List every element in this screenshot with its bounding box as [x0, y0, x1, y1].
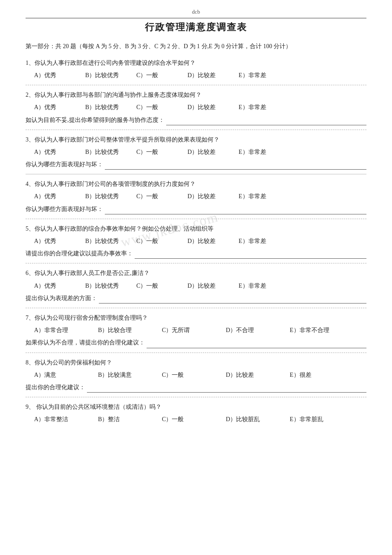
q7-optC: C）无所谓: [162, 325, 226, 335]
q5-optC: C）一般: [136, 236, 187, 246]
question-5: 5、你认为人事行政部的综合办事效率如何？例如公仿处理、活动组织等 A）优秀 B）…: [26, 223, 366, 259]
q5-optB: B）比较优秀: [85, 236, 136, 246]
question-7: 7、你认为公司现行宿舍分配管理制度合理吗？ A）非常合理 B）比较合理 C）无所…: [26, 312, 366, 348]
question-2-title: 2、你认为人事行政部与各部门的沟通与协作上服务态度体现如何？: [26, 90, 366, 100]
question-1: 1、你认为人事行政部在进行公司内务管理建设的综合水平如何？ A）优秀 B）比较优…: [26, 58, 366, 81]
q2-optA: A）优秀: [34, 102, 85, 113]
q6-fill-line: [99, 296, 366, 304]
q7-fill-label: 如果你认为不合理，请提出你的合理化建议：: [26, 337, 145, 348]
question-8-options: A）满意 B）比较满意 C）一般 D）比较差 E）很差: [26, 370, 366, 380]
q5-fill-line: [135, 251, 366, 259]
question-5-options: A）优秀 B）比较优秀 C）一般 D）比较差 E）非常差: [26, 236, 366, 246]
question-4-fill: 你认为哪些方面表现好与坏：: [26, 204, 366, 214]
question-6-fill: 提出你认为表现差的方面：: [26, 293, 366, 304]
divider-2: [26, 130, 366, 130]
q7-optA: A）非常合理: [34, 325, 98, 335]
q1-optC: C）一般: [136, 70, 187, 81]
question-8-fill: 提出你的合理化建议：: [26, 382, 366, 393]
question-3: 3、你认为人事行政部门对公司整体管理水平提升所取得的效果表现如何？ A）优秀 B…: [26, 134, 366, 170]
q4-optB: B）比较优秀: [85, 191, 136, 202]
question-1-options: A）优秀 B）比较优秀 C）一般 D）比较差 E）非常差: [26, 70, 366, 81]
divider-4: [26, 219, 366, 219]
question-1-title: 1、你认为人事行政部在进行公司内务管理建设的综合水平如何？: [26, 58, 366, 68]
q7-optD: D）不合理: [226, 325, 290, 335]
question-5-fill: 请提出你的合理化建议以提高办事效率：: [26, 248, 366, 259]
q4-optC: C）一般: [136, 191, 187, 202]
question-9: 9、 你认为目前的公共区域环境整洁（或清洁）吗？ A）非常整洁 B）整洁 C）一…: [26, 402, 366, 425]
question-8: 8、你认为公司的劳保福利如何？ A）满意 B）比较满意 C）一般 D）比较差 E…: [26, 357, 366, 393]
q8-optD: D）比较差: [226, 370, 290, 380]
q2-fill-label: 如认为目前不妥,提出你希望得到的服务与协作态度：: [26, 115, 164, 125]
q5-optD: D）比较差: [187, 236, 239, 246]
question-2: 2、你认为人事行政部与各部门的沟通与协作上服务态度体现如何？ A）优秀 B）比较…: [26, 90, 366, 125]
q7-fill-line: [147, 341, 366, 348]
header-dcb: dcb: [26, 9, 366, 15]
divider-1: [26, 85, 366, 85]
q4-optE: E）非常差: [239, 191, 290, 202]
divider-3: [26, 174, 366, 174]
page: dcb 行政管理满意度调查表 第一部分：共 20 题（每按 A 为 5 分、B …: [0, 0, 392, 555]
q2-optC: C）一般: [136, 102, 187, 113]
q3-optA: A）优秀: [34, 147, 85, 157]
q2-optD: D）比较差: [187, 102, 239, 113]
q6-fill-label: 提出你认为表现差的方面：: [26, 293, 97, 304]
question-5-title: 5、你认为人事行政部的综合办事效率如何？例如公仿处理、活动组织等: [26, 223, 366, 234]
q6-optB: B）比较优秀: [85, 280, 136, 291]
question-3-options: A）优秀 B）比较优秀 C）一般 D）比较差 E）非常差: [26, 147, 366, 157]
question-3-fill: 你认为哪些方面表现好与坏：: [26, 159, 366, 170]
q6-optD: D）比较差: [187, 280, 239, 291]
q4-fill-label: 你认为哪些方面表现好与坏：: [26, 204, 103, 214]
q8-fill-line: [87, 385, 366, 393]
question-6-options: A）优秀 B）比较优秀 C）一般 D）比较差 E）非常差: [26, 280, 366, 291]
q8-fill-label: 提出你的合理化建议：: [26, 382, 85, 393]
q9-optB: B）整洁: [98, 414, 162, 425]
q9-optE: E）非常脏乱: [290, 414, 354, 425]
q2-optB: B）比较优秀: [85, 102, 136, 113]
q7-optE: E）非常不合理: [290, 325, 354, 335]
q1-optA: A）优秀: [34, 70, 85, 81]
q5-optA: A）优秀: [34, 236, 85, 246]
q4-fill-line: [105, 207, 366, 214]
question-4: 4、你认为人事行政部门对公司的各项管理制度的执行力度如何？ A）优秀 B）比较优…: [26, 179, 366, 214]
q1-optE: E）非常差: [239, 70, 290, 81]
q6-optC: C）一般: [136, 280, 187, 291]
title-divider: [26, 18, 366, 18]
question-9-title: 9、 你认为目前的公共区域环境整洁（或清洁）吗？: [26, 402, 366, 412]
q2-fill-line: [166, 118, 367, 125]
q3-optC: C）一般: [136, 147, 187, 157]
q4-optD: D）比较差: [187, 191, 239, 202]
divider-6: [26, 308, 366, 308]
q9-optA: A）非常整洁: [34, 414, 98, 425]
question-7-options: A）非常合理 B）比较合理 C）无所谓 D）不合理 E）非常不合理: [26, 325, 366, 335]
question-8-title: 8、你认为公司的劳保福利如何？: [26, 357, 366, 368]
divider-7: [26, 353, 366, 353]
question-7-fill: 如果你认为不合理，请提出你的合理化建议：: [26, 337, 366, 348]
q3-fill-label: 你认为哪些方面表现好与坏：: [26, 159, 103, 170]
question-3-title: 3、你认为人事行政部门对公司整体管理水平提升所取得的效果表现如何？: [26, 134, 366, 145]
q6-optA: A）优秀: [34, 280, 85, 291]
q3-optE: E）非常差: [239, 147, 290, 157]
q1-optD: D）比较差: [187, 70, 239, 81]
q3-fill-line: [105, 162, 366, 170]
q4-optA: A）优秀: [34, 191, 85, 202]
q9-optD: D）比较脏乱: [226, 414, 290, 425]
question-4-options: A）优秀 B）比较优秀 C）一般 D）比较差 E）非常差: [26, 191, 366, 202]
divider-5: [26, 263, 366, 263]
q3-optB: B）比较优秀: [85, 147, 136, 157]
divider-8: [26, 397, 366, 397]
q8-optB: B）比较满意: [98, 370, 162, 380]
question-4-title: 4、你认为人事行政部门对公司的各项管理制度的执行力度如何？: [26, 179, 366, 189]
main-title: 行政管理满意度调查表: [26, 21, 366, 34]
question-2-fill: 如认为目前不妥,提出你希望得到的服务与协作态度：: [26, 115, 366, 125]
intro-text: 第一部分：共 20 题（每按 A 为 5 分、B 为 3 分、C 为 2 分、D…: [26, 41, 366, 52]
q1-optB: B）比较优秀: [85, 70, 136, 81]
question-2-options: A）优秀 B）比较优秀 C）一般 D）比较差 E）非常差: [26, 102, 366, 113]
q2-optE: E）非常差: [239, 102, 290, 113]
q9-optC: C）一般: [162, 414, 226, 425]
question-6-title: 6、你认为人事行政部人员工作是否公正,廉洁？: [26, 268, 366, 278]
q8-optA: A）满意: [34, 370, 98, 380]
q5-fill-label: 请提出你的合理化建议以提高办事效率：: [26, 248, 133, 259]
question-9-options: A）非常整洁 B）整洁 C）一般 D）比较脏乱 E）非常脏乱: [26, 414, 366, 425]
q8-optE: E）很差: [290, 370, 354, 380]
q5-optE: E）非常差: [239, 236, 290, 246]
